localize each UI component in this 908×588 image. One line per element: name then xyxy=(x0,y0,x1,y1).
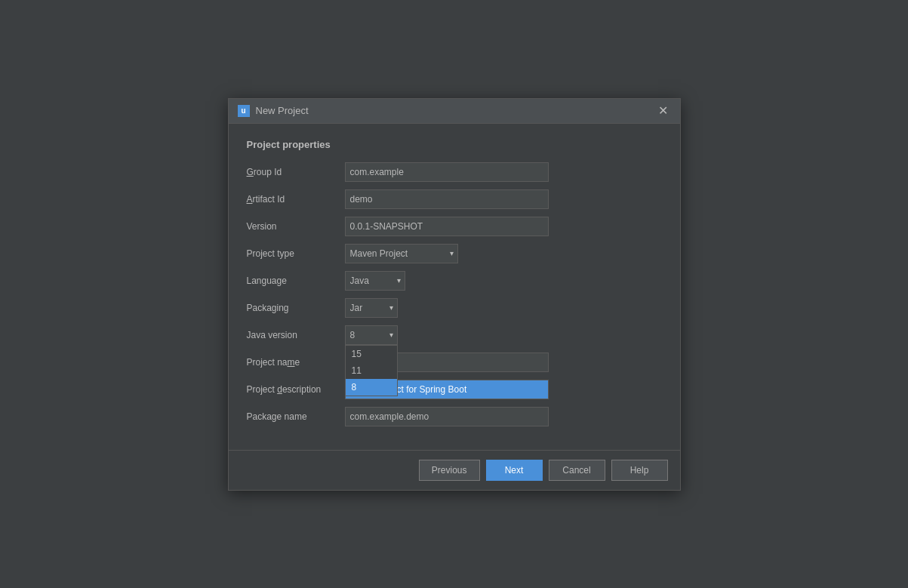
dialog-title: New Project xyxy=(256,105,309,116)
next-button[interactable]: Next xyxy=(486,460,543,481)
package-name-row: Package name xyxy=(247,407,662,426)
artifact-id-input[interactable] xyxy=(345,189,549,209)
dialog-body: Project properties Group Id Artifact Id … xyxy=(229,124,680,450)
package-name-label: Package name xyxy=(247,411,345,422)
artifact-id-label: Artifact Id xyxy=(247,194,345,205)
app-icon: u xyxy=(238,105,250,117)
project-type-select-wrapper: Maven Project Gradle Project ▾ xyxy=(345,244,458,263)
project-type-row: Project type Maven Project Gradle Projec… xyxy=(247,244,662,263)
project-description-row: Project description xyxy=(247,380,662,399)
java-version-row: Java version 8 11 15 ▾ 15 11 8 xyxy=(247,325,662,345)
section-title: Project properties xyxy=(247,139,662,150)
language-select[interactable]: Java Kotlin Groovy xyxy=(345,271,405,291)
help-button[interactable]: Help xyxy=(611,460,668,481)
project-description-label: Project description xyxy=(247,384,345,395)
artifact-id-row: Artifact Id xyxy=(247,189,662,209)
packaging-select-wrapper: Jar War ▾ xyxy=(345,298,398,318)
language-label: Language xyxy=(247,276,345,286)
java-version-option-15[interactable]: 15 xyxy=(346,346,397,362)
project-type-label: Project type xyxy=(247,248,345,259)
title-bar-left: u New Project xyxy=(238,105,309,117)
title-bar: u New Project ✕ xyxy=(229,99,680,124)
version-row: Version xyxy=(247,217,662,236)
packaging-row: Packaging Jar War ▾ xyxy=(247,298,662,318)
java-version-option-11[interactable]: 11 xyxy=(346,362,397,379)
java-version-dropdown-list: 15 11 8 xyxy=(345,345,398,396)
dialog-footer: Previous Next Cancel Help xyxy=(229,450,680,490)
java-version-select-wrapper: 8 11 15 ▾ xyxy=(345,325,398,345)
language-select-wrapper: Java Kotlin Groovy ▾ xyxy=(345,271,405,291)
packaging-select[interactable]: Jar War xyxy=(345,298,398,318)
version-label: Version xyxy=(247,221,345,232)
group-id-row: Group Id xyxy=(247,162,662,182)
language-row: Language Java Kotlin Groovy ▾ xyxy=(247,271,662,291)
new-project-dialog: u New Project ✕ Project properties Group… xyxy=(228,98,681,491)
close-button[interactable]: ✕ xyxy=(655,105,671,117)
project-name-label: Project name xyxy=(247,357,345,368)
previous-button[interactable]: Previous xyxy=(419,460,480,481)
java-version-select[interactable]: 8 11 15 xyxy=(345,325,398,345)
package-name-input[interactable] xyxy=(345,407,549,426)
group-id-input[interactable] xyxy=(345,162,549,182)
packaging-label: Packaging xyxy=(247,303,345,313)
version-input[interactable] xyxy=(345,217,549,236)
cancel-button[interactable]: Cancel xyxy=(549,460,605,481)
project-type-select[interactable]: Maven Project Gradle Project xyxy=(345,244,458,263)
project-name-row: Project name xyxy=(247,352,662,372)
group-id-label: Group Id xyxy=(247,167,345,177)
java-version-label: Java version xyxy=(247,330,345,340)
java-version-dropdown-wrapper: 8 11 15 ▾ 15 11 8 xyxy=(345,325,398,345)
java-version-option-8[interactable]: 8 xyxy=(346,379,397,396)
